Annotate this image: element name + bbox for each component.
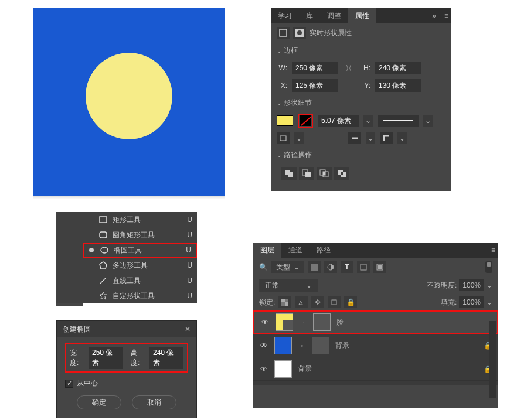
layer-name[interactable]: 背景 (335, 340, 349, 350)
dims-xy-row: X: 125 像素 Y: 130 像素 (271, 77, 451, 94)
fill-input[interactable]: 100% (459, 296, 484, 308)
layer-name[interactable]: 背景 (298, 364, 312, 374)
section-border[interactable]: ⌄边框 (271, 42, 451, 59)
layer-row[interactable]: 👁▫背景🔒 (253, 334, 498, 357)
lock-all-icon[interactable]: 🔒 (344, 296, 357, 308)
lock-artboard-icon[interactable] (328, 296, 341, 308)
mask-thumb (312, 337, 329, 354)
visibility-icon[interactable]: 👁 (260, 318, 270, 326)
fill-dd-icon[interactable]: ⌄ (487, 298, 492, 306)
lock-trans-icon[interactable] (278, 296, 291, 308)
dlg-width-label: 宽度: (70, 348, 80, 368)
svg-rect-31 (285, 302, 288, 306)
tool-item-ellipse[interactable]: 椭圆工具U (83, 243, 197, 258)
selected-dot (89, 248, 94, 252)
mask-link-icon[interactable]: ▫ (298, 342, 306, 350)
tool-item-custom[interactable]: 自定形状工具U (83, 288, 197, 303)
lock-pos-icon[interactable]: ✥ (311, 296, 324, 308)
h-label: H: (360, 64, 370, 72)
stroke-swatch[interactable] (300, 115, 311, 126)
dialog-titlebar: 创建椭圆 ✕ (57, 321, 196, 337)
panel-menu-icon[interactable]: ≡ (441, 8, 451, 23)
lock-paint-icon[interactable] (295, 296, 308, 308)
filter-smart-icon[interactable] (373, 261, 386, 273)
stroke-align-button[interactable] (277, 132, 290, 144)
close-icon[interactable]: ✕ (185, 325, 191, 333)
stroke-style-dropdown[interactable] (378, 115, 419, 127)
tool-item-polygon[interactable]: 多边形工具U (83, 258, 197, 273)
cancel-button[interactable]: 取消 (132, 395, 176, 409)
cap-dd[interactable]: ⌄ (366, 132, 375, 144)
tab-libraries[interactable]: 库 (299, 8, 320, 23)
svg-line-3 (301, 117, 311, 125)
layer-name[interactable]: 脸 (336, 317, 344, 327)
tab-channels[interactable]: 通道 (281, 243, 310, 258)
svg-rect-12 (323, 172, 325, 175)
filter-shape-icon[interactable] (357, 261, 370, 273)
section-shape-detail[interactable]: ⌄形状细节 (271, 94, 451, 111)
svg-rect-28 (378, 265, 382, 269)
svg-point-2 (297, 30, 302, 35)
visibility-icon[interactable]: 👁 (259, 342, 268, 350)
tab-adjust[interactable]: 调整 (320, 8, 348, 23)
ellipse-icon (100, 245, 109, 255)
mask-link-icon[interactable]: ▫ (299, 318, 307, 326)
tab-learn[interactable]: 学习 (271, 8, 299, 23)
section-path-ops[interactable]: ⌄路径操作 (271, 146, 451, 163)
corner-button[interactable] (380, 132, 393, 144)
opacity-dd-icon[interactable]: ⌄ (487, 281, 492, 289)
filter-type-dropdown[interactable]: 类型⌄ (271, 261, 304, 273)
y-label: Y: (360, 81, 370, 90)
tool-item-line[interactable]: 直线工具U (83, 273, 197, 288)
svg-marker-22 (100, 262, 107, 269)
link-wh-icon[interactable]: ⟩⟨ (342, 64, 355, 72)
path-subtract-icon[interactable] (299, 167, 314, 180)
ellipse-dims-highlight: 宽度: 250 像素 高度: 240 像素 (65, 343, 188, 373)
stroke-width-input[interactable]: 5.07 像素 (318, 115, 359, 127)
shape-type-icon (277, 27, 290, 39)
visibility-icon[interactable]: 👁 (259, 365, 268, 373)
live-shape-label: 实时形状属性 (310, 28, 352, 38)
shortcut: U (186, 246, 191, 254)
tab-collapse-icon[interactable]: » (427, 8, 441, 23)
dlg-width-input[interactable]: 250 像素 (89, 347, 123, 369)
filter-adjust-icon[interactable] (324, 261, 337, 273)
path-intersect-icon[interactable] (317, 167, 332, 180)
ok-button[interactable]: 确定 (77, 395, 121, 409)
blend-mode-dropdown[interactable]: 正常⌄ (259, 279, 318, 292)
scrollbar[interactable] (489, 321, 496, 398)
y-input[interactable]: 130 像素 (375, 79, 421, 92)
layer-row[interactable]: 👁背景🔒 (253, 357, 498, 381)
path-exclude-icon[interactable] (334, 167, 349, 180)
stroke-style-dd-icon[interactable]: ⌄ (423, 115, 433, 127)
svg-rect-26 (361, 264, 366, 270)
from-center-checkbox[interactable]: ✓ (65, 380, 73, 388)
tool-item-rect[interactable]: 矩形工具U (83, 212, 197, 227)
width-input[interactable]: 250 像素 (292, 62, 338, 74)
filter-text-icon[interactable]: T (341, 261, 353, 273)
layers-menu-icon[interactable]: ≡ (488, 243, 498, 258)
layer-row[interactable]: 👁▫脸 (253, 310, 498, 334)
tab-layers[interactable]: 图层 (253, 243, 281, 258)
path-combine-icon[interactable] (281, 167, 297, 180)
opacity-input[interactable]: 100% (459, 279, 484, 291)
filter-pixel-icon[interactable] (308, 261, 321, 273)
stroke-align-dd[interactable]: ⌄ (294, 132, 304, 144)
stroke-width-dropdown[interactable]: ⌄ (363, 115, 373, 127)
svg-rect-15 (341, 172, 343, 175)
fill-swatch[interactable] (277, 115, 293, 126)
tool-item-round-rect[interactable]: 圆角矩形工具U (83, 227, 197, 243)
height-input[interactable]: 240 像素 (375, 62, 421, 74)
w-label: W: (277, 64, 287, 72)
properties-panel: 学习 库 调整 属性 » ≡ 实时形状属性 ⌄边框 W: 250 像素 ⟩⟨ H… (271, 8, 451, 191)
dlg-height-input[interactable]: 240 像素 (149, 347, 183, 369)
search-icon[interactable]: 🔍 (259, 263, 268, 271)
corner-dd[interactable]: ⌄ (397, 132, 407, 144)
filter-toggle[interactable] (485, 261, 492, 273)
svg-rect-9 (305, 172, 311, 177)
svg-rect-32 (332, 300, 336, 305)
cap-button[interactable] (348, 132, 361, 144)
tab-properties[interactable]: 属性 (348, 8, 376, 23)
tab-paths[interactable]: 路径 (310, 243, 338, 258)
x-input[interactable]: 125 像素 (292, 79, 338, 92)
